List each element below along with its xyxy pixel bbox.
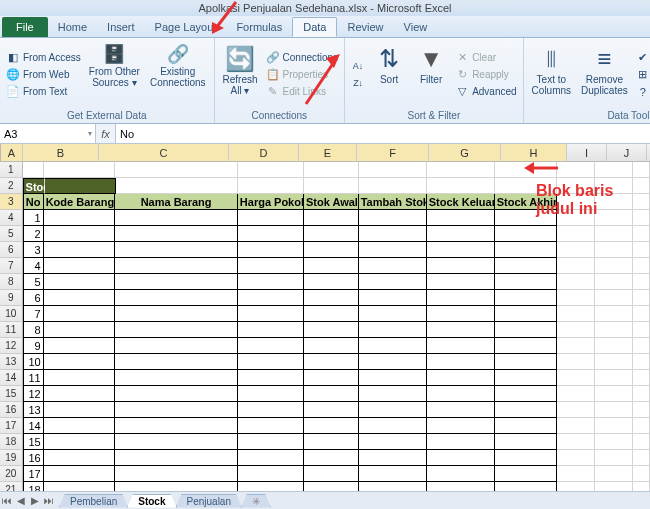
cell[interactable]: 12 — [23, 386, 44, 402]
cell[interactable] — [495, 434, 557, 450]
cell[interactable] — [359, 482, 427, 491]
cell[interactable] — [44, 354, 116, 370]
cell[interactable] — [557, 370, 595, 386]
cell[interactable] — [44, 482, 116, 491]
row-header[interactable]: 15 — [0, 386, 23, 402]
consolidate-button[interactable]: ⊞Consolidate — [634, 67, 650, 83]
cell[interactable] — [359, 434, 427, 450]
cell[interactable]: 1 — [23, 210, 44, 226]
cell[interactable] — [44, 258, 116, 274]
tab-data[interactable]: Data — [292, 17, 337, 37]
cell[interactable] — [495, 290, 557, 306]
cell[interactable] — [304, 210, 359, 226]
cell[interactable] — [557, 386, 595, 402]
cell[interactable] — [557, 466, 595, 482]
cell[interactable] — [115, 258, 237, 274]
cell[interactable] — [115, 242, 237, 258]
cell[interactable] — [595, 338, 633, 354]
cell[interactable] — [45, 178, 117, 194]
cell[interactable] — [304, 290, 359, 306]
cell[interactable]: 8 — [23, 322, 44, 338]
row-header[interactable]: 3 — [0, 194, 23, 210]
name-box[interactable]: A3 — [0, 124, 96, 143]
cell[interactable]: 13 — [23, 402, 44, 418]
cell[interactable]: 9 — [23, 338, 44, 354]
from-other-sources-button[interactable]: 🗄️From Other Sources ▾ — [85, 40, 144, 109]
cell[interactable] — [427, 418, 495, 434]
cell[interactable] — [304, 322, 359, 338]
new-sheet-button[interactable]: ✳ — [241, 494, 271, 508]
cell[interactable] — [115, 434, 237, 450]
cell[interactable] — [427, 226, 495, 242]
cell[interactable] — [304, 274, 359, 290]
cell[interactable] — [115, 306, 237, 322]
cell[interactable] — [557, 402, 595, 418]
cell[interactable] — [115, 386, 237, 402]
cell[interactable] — [359, 162, 427, 178]
cell[interactable] — [633, 418, 650, 434]
cell[interactable] — [427, 242, 495, 258]
remove-duplicates-button[interactable]: ≡Remove Duplicates — [577, 40, 632, 109]
cell[interactable] — [427, 450, 495, 466]
cell[interactable] — [495, 258, 557, 274]
cell[interactable] — [595, 306, 633, 322]
cell[interactable] — [595, 386, 633, 402]
existing-connections-button[interactable]: 🔗Existing Connections — [146, 40, 210, 109]
cell[interactable] — [495, 402, 557, 418]
cell[interactable] — [238, 434, 304, 450]
sort-button[interactable]: ⇅Sort — [369, 40, 409, 109]
from-web-button[interactable]: 🌐From Web — [4, 67, 83, 83]
cell[interactable] — [633, 386, 650, 402]
cell[interactable]: 11 — [23, 370, 44, 386]
cell[interactable] — [427, 274, 495, 290]
cell[interactable] — [115, 402, 237, 418]
filter-button[interactable]: ▼Filter — [411, 40, 451, 109]
cell[interactable] — [304, 162, 359, 178]
from-text-button[interactable]: 📄From Text — [4, 84, 83, 100]
row-header[interactable]: 21 — [0, 482, 23, 491]
cell[interactable] — [304, 482, 359, 491]
cell[interactable] — [495, 162, 557, 178]
cell[interactable] — [115, 418, 237, 434]
cell[interactable] — [44, 210, 116, 226]
cell[interactable] — [633, 210, 650, 226]
cell[interactable]: Stok Awal — [304, 194, 359, 210]
cell[interactable] — [633, 450, 650, 466]
cell[interactable] — [238, 450, 304, 466]
cell[interactable] — [116, 178, 238, 194]
cell[interactable] — [427, 290, 495, 306]
cell[interactable] — [557, 322, 595, 338]
cell[interactable] — [359, 274, 427, 290]
cell[interactable] — [557, 434, 595, 450]
cell[interactable] — [595, 482, 633, 491]
cell[interactable] — [427, 402, 495, 418]
cell[interactable] — [304, 402, 359, 418]
cell[interactable]: 14 — [23, 418, 44, 434]
cell[interactable] — [304, 242, 359, 258]
cell[interactable] — [495, 322, 557, 338]
row-header[interactable]: 7 — [0, 258, 23, 274]
row-header[interactable]: 17 — [0, 418, 23, 434]
cell[interactable]: No — [23, 194, 44, 210]
cell[interactable]: 10 — [23, 354, 44, 370]
cell[interactable] — [595, 258, 633, 274]
data-validation-button[interactable]: ✔Data Validation ▾ — [634, 50, 650, 66]
cell[interactable] — [359, 418, 427, 434]
cell[interactable] — [44, 338, 116, 354]
text-to-columns-button[interactable]: ⫴Text to Columns — [528, 40, 575, 109]
column-header-B[interactable]: B — [23, 144, 99, 162]
cell[interactable] — [238, 418, 304, 434]
cell[interactable] — [633, 402, 650, 418]
row-header[interactable]: 20 — [0, 466, 23, 482]
cell[interactable] — [557, 242, 595, 258]
cell[interactable] — [304, 178, 359, 194]
cell[interactable] — [495, 370, 557, 386]
cell[interactable] — [44, 322, 116, 338]
sort-az-button[interactable]: A↓ — [349, 58, 367, 74]
cell[interactable] — [633, 434, 650, 450]
cell[interactable] — [238, 226, 304, 242]
row-header[interactable]: 19 — [0, 450, 23, 466]
cell[interactable] — [115, 466, 237, 482]
cell[interactable] — [115, 370, 237, 386]
tab-insert[interactable]: Insert — [97, 17, 145, 37]
